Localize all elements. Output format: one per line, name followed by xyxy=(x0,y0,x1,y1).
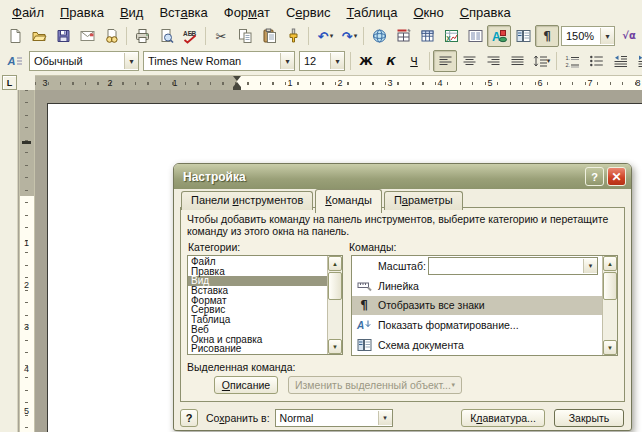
vertical-ruler[interactable]: 12345 xyxy=(19,90,35,432)
command-item[interactable]: ¶Отобразить все знаки xyxy=(352,296,602,316)
outdent-button[interactable] xyxy=(608,50,632,72)
category-item[interactable]: Рисование xyxy=(188,344,327,354)
chevron-down-icon[interactable]: ▾ xyxy=(600,28,614,44)
scrollbar-thumb[interactable] xyxy=(328,272,342,300)
scroll-down-icon[interactable]: ▼ xyxy=(328,339,342,354)
save-in-combobox[interactable]: Normal ▾ xyxy=(275,409,393,427)
insert-table-button[interactable] xyxy=(415,25,439,47)
print-button[interactable] xyxy=(130,25,154,47)
context-help-button[interactable]: ? xyxy=(180,409,198,427)
find-file-button[interactable] xyxy=(99,25,123,47)
align-center-button[interactable] xyxy=(457,50,481,72)
tab-2[interactable]: Параметры xyxy=(384,191,463,210)
dialog-title: Настройка xyxy=(183,170,582,184)
style-combo[interactable]: Обычный▾ xyxy=(29,51,139,71)
italic-button[interactable]: К xyxy=(378,50,402,72)
scroll-up-icon[interactable]: ▲ xyxy=(603,256,617,271)
categories-scrollbar[interactable]: ▲ ▼ xyxy=(327,256,342,354)
scrollbar-track[interactable] xyxy=(603,301,617,340)
copy-button[interactable] xyxy=(233,25,257,47)
chevron-down-icon[interactable]: ▾ xyxy=(354,32,358,40)
menu-item-2[interactable]: Вид xyxy=(112,3,152,22)
columns-button[interactable] xyxy=(463,25,487,47)
description-button[interactable]: Описание xyxy=(214,376,278,394)
scrollbar-track[interactable] xyxy=(328,301,342,339)
align-left-button[interactable] xyxy=(433,50,457,72)
dialog-titlebar[interactable]: Настройка ? ✕ xyxy=(174,164,631,189)
chevron-down-icon[interactable]: ▾ xyxy=(330,32,334,40)
format-painter-button[interactable] xyxy=(281,25,305,47)
new-document-button[interactable] xyxy=(3,25,27,47)
scrollbar-thumb[interactable] xyxy=(603,272,617,300)
categories-listbox[interactable]: ФайлПравкаВидВставкаФорматСервисТаблицаВ… xyxy=(187,255,343,355)
align-justify-button[interactable] xyxy=(505,50,529,72)
dialog-help-button[interactable]: ? xyxy=(585,167,604,186)
mail-button[interactable] xyxy=(75,25,99,47)
equation-editor-button[interactable]: √α xyxy=(617,25,641,47)
tab-page-commands: Чтобы добавить команду на панель инструм… xyxy=(180,207,625,402)
align-right-button[interactable] xyxy=(481,50,505,72)
tab-0[interactable]: Панели инструментов xyxy=(181,191,313,210)
menu-item-5[interactable]: Сервис xyxy=(278,3,339,22)
styles-button[interactable]: А xyxy=(3,50,27,72)
ruler-number: 2 xyxy=(337,78,342,88)
command-item[interactable]: АПоказать форматирование... xyxy=(352,315,602,335)
redo-button[interactable]: ↷▾ xyxy=(336,25,360,47)
font-combo[interactable]: Times New Roman▾ xyxy=(143,51,295,71)
insert-hyperlink-button[interactable] xyxy=(367,25,391,47)
horizontal-ruler[interactable]: 32112345678 xyxy=(35,75,642,91)
line-spacing-button[interactable]: ▾ xyxy=(529,50,553,72)
align-left-icon xyxy=(437,53,454,69)
command-item[interactable]: Схема документа xyxy=(352,335,602,355)
chevron-down-icon[interactable]: ▾ xyxy=(330,53,344,69)
close-button[interactable]: Закрыть xyxy=(554,409,624,427)
bullets-button[interactable] xyxy=(584,50,608,72)
chevron-down-icon[interactable]: ▾ xyxy=(547,57,551,65)
commands-listbox[interactable]: Масштаб:▾Линейка¶Отобразить все знакиАПо… xyxy=(351,255,618,356)
tab-1[interactable]: Команды xyxy=(315,189,382,213)
menu-item-4[interactable]: Формат xyxy=(216,3,278,22)
indent-button[interactable] xyxy=(632,50,642,72)
menu-item-0[interactable]: Файл xyxy=(4,3,52,22)
scroll-up-icon[interactable]: ▲ xyxy=(328,256,342,271)
paste-button[interactable] xyxy=(257,25,281,47)
menu-item-7[interactable]: Окно xyxy=(405,3,451,22)
drawing-button[interactable]: A xyxy=(487,25,511,47)
menu-item-3[interactable]: Вставка xyxy=(151,3,215,22)
cut-button[interactable]: ✂ xyxy=(209,25,233,47)
chevron-down-icon[interactable]: ▾ xyxy=(124,53,138,69)
numbering-button[interactable]: 1.2. xyxy=(560,50,584,72)
dialog-tabs: Панели инструментовКомандыПараметры xyxy=(180,189,625,208)
commands-scrollbar[interactable]: ▲ ▼ xyxy=(602,256,617,355)
zoom-combo[interactable]: 150%▾ xyxy=(561,26,615,46)
menu-item-8[interactable]: Справка xyxy=(452,3,519,22)
svg-text:A: A xyxy=(492,30,501,44)
underline-button[interactable]: Ч xyxy=(402,50,426,72)
scroll-down-icon[interactable]: ▼ xyxy=(603,340,617,355)
save-in-label: Сохранить в: xyxy=(206,412,270,424)
command-item[interactable]: Масштаб:▾ xyxy=(352,256,602,276)
spelling-button[interactable]: АБВ xyxy=(178,25,202,47)
close-icon[interactable]: ✕ xyxy=(607,167,626,186)
print-preview-button[interactable] xyxy=(154,25,178,47)
tables-borders-button[interactable] xyxy=(391,25,415,47)
save-button[interactable] xyxy=(51,25,75,47)
command-item[interactable]: Линейка xyxy=(352,276,602,296)
undo-button[interactable]: ↶▾ xyxy=(312,25,336,47)
menu-item-6[interactable]: Таблица xyxy=(338,3,405,22)
zoom-value-combobox[interactable]: ▾ xyxy=(428,257,598,275)
document-map-button[interactable] xyxy=(511,25,535,47)
show-paragraph-button[interactable]: ¶ xyxy=(535,25,559,47)
chevron-down-icon[interactable]: ▾ xyxy=(583,259,597,273)
first-line-indent-marker[interactable] xyxy=(233,76,241,81)
size-combo[interactable]: 12▾ xyxy=(299,51,345,71)
menu-item-1[interactable]: Правка xyxy=(52,3,112,22)
keyboard-button[interactable]: Клавиатура... xyxy=(461,409,545,427)
open-folder-button[interactable] xyxy=(27,25,51,47)
chevron-down-icon[interactable]: ▾ xyxy=(280,53,294,69)
tab-stop-selector[interactable]: L xyxy=(2,75,17,90)
insert-excel-button[interactable]: X xyxy=(439,25,463,47)
bold-button[interactable]: Ж xyxy=(354,50,378,72)
chevron-down-icon[interactable]: ▾ xyxy=(378,411,392,425)
top-margin-marker[interactable] xyxy=(22,141,31,144)
